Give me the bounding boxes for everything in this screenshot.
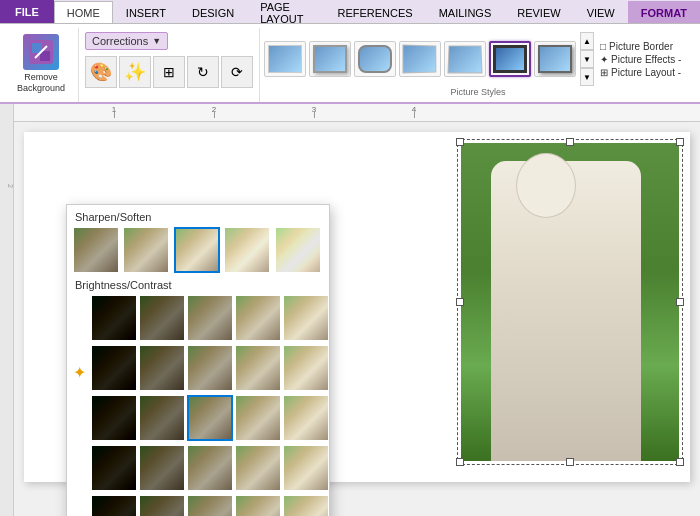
bc-thumb-2[interactable] bbox=[139, 295, 185, 341]
gallery-scroll: ▲ ▼ ▼ bbox=[580, 32, 594, 86]
tab-format[interactable]: FORMAT bbox=[628, 1, 700, 23]
artistic-effects-button[interactable]: ✨ bbox=[119, 56, 151, 88]
brightness-contrast-grid-4 bbox=[67, 443, 329, 493]
handle-tr[interactable] bbox=[676, 138, 684, 146]
bc-thumb-8[interactable] bbox=[187, 345, 233, 391]
handle-tm[interactable] bbox=[566, 138, 574, 146]
handle-ml[interactable] bbox=[456, 298, 464, 306]
corrections-label: Corrections bbox=[92, 35, 148, 47]
bc-thumb-3[interactable] bbox=[187, 295, 233, 341]
sharpen-thumb-2[interactable] bbox=[123, 227, 169, 273]
picture-layout-label: Picture Layout - bbox=[611, 67, 681, 78]
sharpen-soften-grid bbox=[67, 227, 329, 273]
bc-thumb-19[interactable] bbox=[235, 445, 281, 491]
style-thumb-5[interactable] bbox=[444, 41, 486, 77]
bc-thumb-13-selected[interactable] bbox=[187, 395, 233, 441]
corrections-dropdown-panel: Sharpen/Soften Brightness/Contrast ✦ bbox=[66, 204, 330, 516]
sharpen-thumb-1[interactable] bbox=[73, 227, 119, 273]
ruler-label-3: 3 bbox=[312, 105, 316, 114]
tab-page-layout[interactable]: PAGE LAYOUT bbox=[247, 1, 324, 23]
picture-styles-group: ▲ ▼ ▼ □ Picture Border ✦ Picture Effects… bbox=[260, 28, 696, 102]
statue-image bbox=[460, 142, 680, 462]
sun-icon: ✦ bbox=[73, 363, 86, 382]
main-content: 123 1 2 3 4 bbox=[0, 104, 700, 516]
tab-references[interactable]: REFERENCES bbox=[324, 1, 425, 23]
tab-home[interactable]: HOME bbox=[54, 1, 113, 23]
handle-br[interactable] bbox=[676, 458, 684, 466]
style-thumb-3[interactable] bbox=[354, 41, 396, 77]
gallery-scroll-up[interactable]: ▲ bbox=[580, 32, 594, 50]
bc-thumb-22[interactable] bbox=[139, 495, 185, 516]
ruler-label-2: 2 bbox=[212, 105, 216, 114]
handle-bl[interactable] bbox=[456, 458, 464, 466]
change-picture-button[interactable]: ↻ bbox=[187, 56, 219, 88]
tab-file[interactable]: FILE bbox=[0, 0, 54, 23]
bc-thumb-16[interactable] bbox=[91, 445, 137, 491]
styles-row: ▲ ▼ ▼ □ Picture Border ✦ Picture Effects… bbox=[264, 32, 692, 86]
corrections-dropdown-button[interactable]: Corrections ▼ bbox=[85, 32, 168, 50]
handle-mr[interactable] bbox=[676, 298, 684, 306]
handle-tl[interactable] bbox=[456, 138, 464, 146]
bc-thumb-7[interactable] bbox=[139, 345, 185, 391]
picture-effects-button[interactable]: ✦ Picture Effects - bbox=[600, 54, 681, 65]
sharpen-thumb-3-selected[interactable] bbox=[174, 227, 220, 273]
style-thumb-1[interactable] bbox=[264, 41, 306, 77]
ribbon-group-corrections: Corrections ▼ 🎨 ✨ ⊞ ↻ ⟳ bbox=[79, 28, 260, 102]
brightness-contrast-grid-1 bbox=[67, 295, 329, 343]
remove-background-button[interactable]: Remove Background bbox=[10, 30, 72, 98]
left-ruler: 123 bbox=[0, 104, 14, 516]
picture-styles-label: Picture Styles bbox=[264, 86, 692, 98]
bc-thumb-4[interactable] bbox=[235, 295, 281, 341]
ruler-label-4: 4 bbox=[412, 105, 416, 114]
bc-thumb-25[interactable] bbox=[283, 495, 329, 516]
bc-thumb-17[interactable] bbox=[139, 445, 185, 491]
gallery-scroll-down[interactable]: ▼ bbox=[580, 50, 594, 68]
bc-thumb-18[interactable] bbox=[187, 445, 233, 491]
sharpen-thumb-5[interactable] bbox=[275, 227, 321, 273]
color-button[interactable]: 🎨 bbox=[85, 56, 117, 88]
bc-thumb-23[interactable] bbox=[187, 495, 233, 516]
style-thumb-7[interactable] bbox=[534, 41, 576, 77]
bc-thumb-11[interactable] bbox=[91, 395, 137, 441]
remove-background-label: Remove Background bbox=[16, 72, 66, 94]
brightness-contrast-title: Brightness/Contrast bbox=[67, 273, 329, 295]
bc-thumb-24[interactable] bbox=[235, 495, 281, 516]
style-thumb-6-selected[interactable] bbox=[489, 41, 531, 77]
picture-layout-button[interactable]: ⊞ Picture Layout - bbox=[600, 67, 681, 78]
corrections-arrow-icon: ▼ bbox=[152, 36, 161, 46]
bc-thumb-5[interactable] bbox=[283, 295, 329, 341]
picture-layout-icon: ⊞ bbox=[600, 67, 608, 78]
tab-row: FILE HOME INSERT DESIGN PAGE LAYOUT REFE… bbox=[0, 0, 700, 24]
style-thumb-4[interactable] bbox=[399, 41, 441, 77]
bc-thumb-6[interactable] bbox=[91, 345, 137, 391]
gallery-scroll-more[interactable]: ▼ bbox=[580, 68, 594, 86]
bc-thumb-1[interactable] bbox=[91, 295, 137, 341]
style-thumb-2[interactable] bbox=[309, 41, 351, 77]
tab-insert[interactable]: INSERT bbox=[113, 1, 179, 23]
handle-bm[interactable] bbox=[566, 458, 574, 466]
bc-thumb-14[interactable] bbox=[235, 395, 281, 441]
compress-pictures-button[interactable]: ⊞ bbox=[153, 56, 185, 88]
picture-border-button[interactable]: □ Picture Border bbox=[600, 41, 681, 52]
picture-tool-row: 🎨 ✨ ⊞ ↻ ⟳ bbox=[85, 56, 253, 88]
picture-effects-icon: ✦ bbox=[600, 54, 608, 65]
bc-thumb-12[interactable] bbox=[139, 395, 185, 441]
reset-picture-button[interactable]: ⟳ bbox=[221, 56, 253, 88]
bc-thumb-15[interactable] bbox=[283, 395, 329, 441]
picture-border-label: Picture Border bbox=[609, 41, 673, 52]
tab-review[interactable]: REVIEW bbox=[504, 1, 573, 23]
tab-mailings[interactable]: MAILINGS bbox=[426, 1, 505, 23]
selected-image-container[interactable] bbox=[460, 142, 680, 462]
bc-thumb-20[interactable] bbox=[283, 445, 329, 491]
bc-thumb-10[interactable] bbox=[283, 345, 329, 391]
brightness-contrast-grid-5 bbox=[67, 493, 329, 516]
top-ruler: 1 2 3 4 bbox=[14, 104, 700, 122]
tab-view[interactable]: VIEW bbox=[574, 1, 628, 23]
bc-thumb-9[interactable] bbox=[235, 345, 281, 391]
style-thumbnails bbox=[264, 41, 576, 77]
bc-thumb-21[interactable] bbox=[91, 495, 137, 516]
tab-design[interactable]: DESIGN bbox=[179, 1, 247, 23]
statue-head bbox=[516, 153, 576, 218]
ribbon-bar: Remove Background Corrections ▼ 🎨 ✨ ⊞ ↻ … bbox=[0, 24, 700, 104]
sharpen-thumb-4[interactable] bbox=[224, 227, 270, 273]
